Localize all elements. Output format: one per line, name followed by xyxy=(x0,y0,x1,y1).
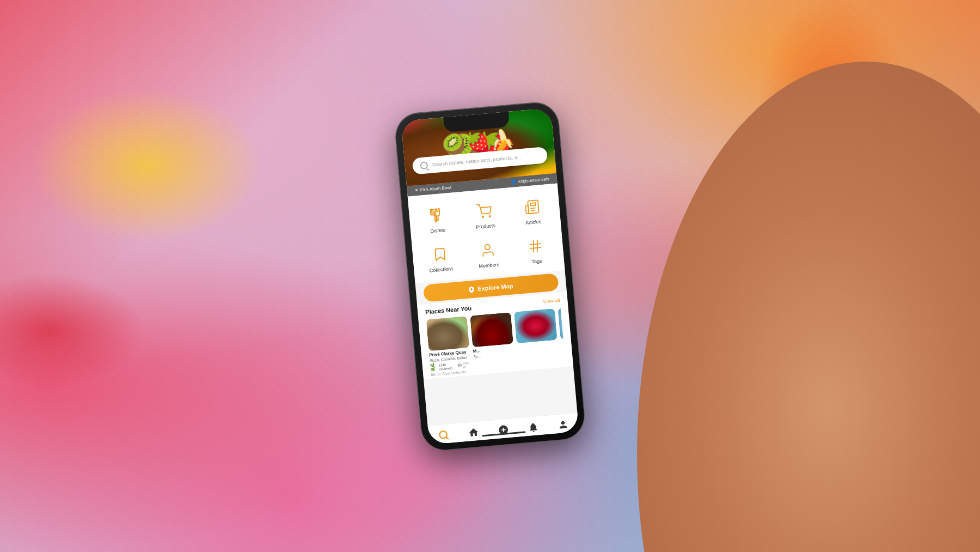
places-scroll: Privé Clarke Quay Pizza, Chinese, Italia… xyxy=(426,307,565,376)
category-members[interactable]: Members xyxy=(464,233,513,274)
place-card-3[interactable] xyxy=(514,308,560,368)
newspaper-icon xyxy=(521,196,543,218)
place-image-1 xyxy=(426,316,469,351)
category-tags[interactable]: Tags xyxy=(511,229,560,270)
restaurant-name: Pink Aloah Bowl xyxy=(420,185,451,192)
dishes-label: Dishes xyxy=(430,227,445,233)
user-name-bar: 👤 ezgis-essentials xyxy=(511,176,549,184)
nav-home-icon xyxy=(467,426,480,439)
utensils-icon xyxy=(425,204,448,226)
nav-profile-icon xyxy=(557,418,570,431)
rating-leaves-1: 🌿🌿 xyxy=(430,362,439,372)
nav-bell-icon xyxy=(527,421,540,434)
bookmark-icon xyxy=(429,243,451,265)
collections-label: Collections xyxy=(429,265,454,273)
phone-device: 🥝🍓 Search dishes, restaurants, products,… xyxy=(394,101,586,452)
places-section: Places Near You View all Privé Clarke Qu… xyxy=(417,292,573,379)
search-input[interactable]: Search dishes, restaurants, products, a.… xyxy=(432,154,521,167)
svg-point-1 xyxy=(489,215,491,217)
phone-case: 🥝🍓 Search dishes, restaurants, products,… xyxy=(394,101,586,452)
place-image-3 xyxy=(514,308,558,343)
place-image-2 xyxy=(470,312,513,347)
place-card-1[interactable]: Privé Clarke Quay Pizza, Chinese, Italia… xyxy=(426,316,471,377)
svg-point-0 xyxy=(482,216,484,217)
nav-search[interactable] xyxy=(437,428,450,441)
review-count-1: (140 reviews) xyxy=(439,361,457,371)
svg-line-4 xyxy=(530,247,541,248)
nav-home[interactable] xyxy=(467,426,480,439)
nav-notifications[interactable] xyxy=(527,421,540,434)
svg-line-6 xyxy=(536,240,538,251)
distance-1: 934 m xyxy=(463,360,471,368)
hash-icon xyxy=(524,234,547,257)
place-info-1: Privé Clarke Quay Pizza, Chinese, Italia… xyxy=(429,349,472,376)
svg-line-3 xyxy=(530,244,541,245)
svg-point-2 xyxy=(485,244,490,250)
category-dishes[interactable]: Dishes xyxy=(413,198,462,239)
user-name: ezgis-essentials xyxy=(518,176,549,184)
bottom-navigation xyxy=(427,412,579,444)
restaurant-name-bar: ✕ Pink Aloah Bowl xyxy=(414,185,451,193)
category-collections[interactable]: Collections xyxy=(416,238,465,278)
explore-map-label: Explore Map xyxy=(477,282,513,292)
phone-screen: 🥝🍓 Search dishes, restaurants, products,… xyxy=(401,108,579,445)
price-tag-1: $$ xyxy=(457,363,462,367)
category-articles[interactable]: Articles xyxy=(508,190,557,231)
svg-line-8 xyxy=(446,436,448,439)
category-grid: Dishes Products xyxy=(408,183,565,283)
place-card-2[interactable]: M... Te... xyxy=(470,312,516,372)
place-card-4[interactable] xyxy=(558,307,566,365)
place-info-2: M... Te... xyxy=(473,345,514,358)
places-title: Places Near You xyxy=(425,305,472,315)
products-label: Products xyxy=(476,222,495,229)
svg-line-5 xyxy=(532,240,535,252)
articles-label: Articles xyxy=(525,219,542,226)
place-image-4 xyxy=(558,307,566,339)
person-icon xyxy=(476,239,499,261)
tags-label: Tags xyxy=(531,258,542,264)
category-products[interactable]: Products xyxy=(460,194,509,235)
search-icon xyxy=(420,161,428,169)
nav-profile[interactable] xyxy=(557,418,570,431)
view-all-link[interactable]: View all xyxy=(543,298,560,305)
members-label: Members xyxy=(479,262,499,269)
nav-search-icon xyxy=(437,428,450,441)
shopping-cart-icon xyxy=(473,199,495,222)
